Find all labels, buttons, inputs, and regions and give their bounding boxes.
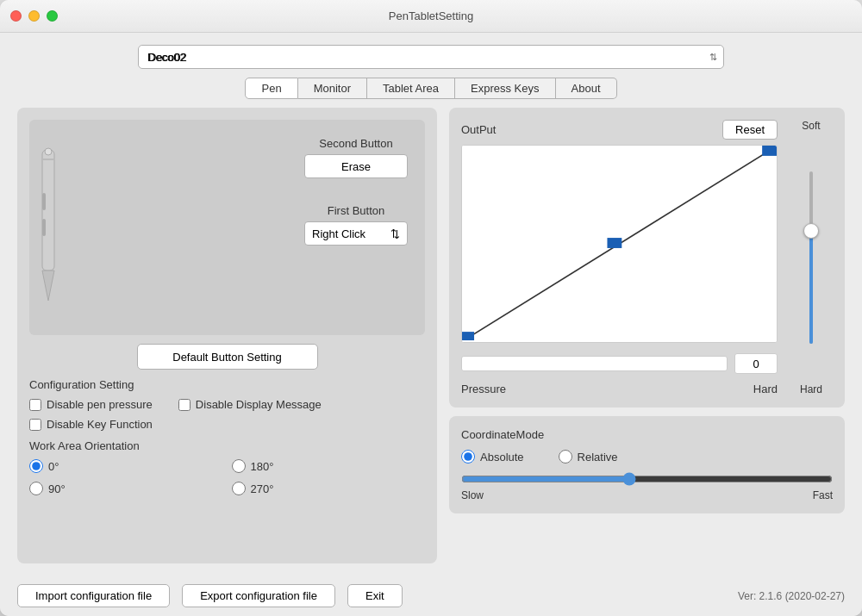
first-button-select[interactable]: Right Click ⇅ Right Click Left Click Mid… (304, 221, 408, 246)
bottom-bar: Import configuration file Export configu… (0, 576, 862, 616)
slow-label: Slow (461, 489, 484, 501)
orientation-180-item[interactable]: 180° (232, 459, 426, 473)
tab-monitor[interactable]: Monitor (298, 78, 367, 99)
speed-labels: Slow Fast (461, 489, 833, 501)
left-panel: Second Button Erase First Button Right C… (17, 108, 437, 563)
absolute-label: Absolute (480, 451, 524, 464)
output-label: OutPut (461, 123, 496, 136)
disable-pen-pressure-checkbox[interactable] (29, 399, 41, 411)
version-text: Ver: 2.1.6 (2020-02-27) (738, 590, 845, 602)
pressure-label: Pressure (461, 383, 506, 395)
speed-slider[interactable] (461, 472, 833, 486)
coordinate-radios: Absolute Relative (461, 450, 833, 464)
orientation-270-label: 270° (251, 482, 274, 495)
tab-pen[interactable]: Pen (245, 78, 297, 99)
disable-key-function-checkbox[interactable] (29, 419, 41, 431)
pen-buttons-area: Second Button Erase First Button Right C… (304, 137, 408, 246)
pressure-value-box: 0 (734, 353, 778, 374)
pressure-graph-header: OutPut Reset (461, 120, 778, 140)
coordinate-section: CoordinateMode Absolute Relative (449, 416, 845, 513)
bottom-buttons: Import configuration file Export configu… (17, 584, 403, 607)
device-select-wrapper: Deco02 Deco02 ⇅ (138, 45, 724, 69)
pressure-footer: Pressure Hard (461, 383, 778, 395)
checkboxes-row1: Disable pen pressure Disable Display Mes… (29, 398, 425, 411)
device-select[interactable]: Deco02 (138, 45, 724, 69)
pressure-graph[interactable] (461, 145, 778, 343)
orientation-title: Work Area Orientation (29, 439, 425, 452)
svg-rect-2 (42, 193, 46, 210)
svg-rect-5 (45, 148, 52, 155)
absolute-item[interactable]: Absolute (461, 450, 524, 464)
relative-radio[interactable] (559, 450, 572, 464)
hard-label: Hard (753, 383, 778, 395)
orientation-0-item[interactable]: 0° (29, 459, 223, 473)
main-window: PenTabletSetting Deco02 Deco02 ⇅ Pen Mon… (0, 0, 862, 616)
minimize-button[interactable] (28, 10, 40, 22)
orientation-90-item[interactable]: 90° (29, 482, 223, 495)
config-section: Configuration Setting Disable pen pressu… (29, 378, 425, 431)
orientation-section: Work Area Orientation 0° 180° 90° (29, 439, 425, 495)
first-button-label: First Button (328, 204, 384, 217)
orientation-180-label: 180° (251, 460, 274, 473)
orientation-0-label: 0° (48, 460, 59, 473)
slider-track (809, 171, 813, 344)
svg-rect-3 (42, 219, 46, 236)
pressure-section: OutPut Reset (449, 108, 845, 408)
right-panel: OutPut Reset (449, 108, 845, 563)
softness-slider-area: Soft Hard (790, 120, 833, 395)
disable-key-function-item[interactable]: Disable Key Function (29, 418, 153, 431)
tab-about[interactable]: About (556, 78, 617, 99)
svg-rect-9 (607, 238, 622, 248)
disable-display-message-item[interactable]: Disable Display Message (178, 398, 322, 411)
orientation-270-radio[interactable] (232, 482, 246, 495)
speed-slider-row: Slow Fast (461, 472, 833, 501)
vertical-slider-container (798, 135, 824, 380)
pressure-curve-svg (462, 146, 777, 342)
reset-button[interactable]: Reset (722, 120, 778, 140)
svg-rect-0 (42, 150, 54, 271)
tabs-row: Pen Monitor Tablet Area Express Keys Abo… (17, 78, 845, 99)
close-button[interactable] (10, 10, 22, 22)
second-button-group: Second Button Erase (304, 137, 408, 178)
pen-area: Second Button Erase First Button Right C… (29, 120, 425, 335)
tab-tablet-area[interactable]: Tablet Area (367, 78, 455, 99)
orientation-grid: 0° 180° 90° 270° (29, 459, 425, 495)
title-bar: PenTabletSetting (0, 0, 862, 33)
relative-label: Relative (578, 451, 618, 464)
main-panels: Second Button Erase First Button Right C… (17, 108, 845, 563)
first-button-group: First Button Right Click ⇅ Right Click L… (304, 204, 408, 246)
hard-label-vert: Hard (800, 383, 822, 395)
orientation-180-radio[interactable] (232, 459, 246, 473)
pressure-value-row: 0 (461, 353, 778, 374)
import-button[interactable]: Import configuration file (17, 584, 170, 607)
disable-key-function-label: Disable Key Function (47, 418, 153, 431)
config-title: Configuration Setting (29, 378, 425, 391)
soft-label: Soft (802, 120, 820, 132)
slider-fill (809, 232, 813, 344)
disable-pen-pressure-label: Disable pen pressure (47, 398, 153, 411)
orientation-90-radio[interactable] (29, 482, 43, 495)
window-title: PenTabletSetting (389, 9, 473, 22)
default-button[interactable]: Default Button Setting (137, 344, 318, 370)
relative-item[interactable]: Relative (559, 450, 618, 464)
disable-display-message-label: Disable Display Message (196, 398, 322, 411)
checkboxes-row2: Disable Key Function (29, 418, 425, 431)
export-button[interactable]: Export configuration file (182, 584, 335, 607)
orientation-270-item[interactable]: 270° (232, 482, 426, 495)
slider-thumb[interactable] (803, 223, 819, 239)
disable-display-message-checkbox[interactable] (178, 399, 191, 411)
fast-label: Fast (813, 489, 833, 501)
maximize-button[interactable] (47, 10, 58, 22)
absolute-radio[interactable] (461, 450, 475, 464)
disable-pen-pressure-item[interactable]: Disable pen pressure (29, 398, 153, 411)
second-button-label: Second Button (319, 137, 392, 150)
svg-rect-1 (42, 159, 54, 160)
pen-illustration (29, 141, 68, 314)
orientation-90-label: 90° (48, 482, 66, 495)
exit-button[interactable]: Exit (347, 584, 403, 607)
svg-marker-4 (42, 271, 54, 301)
orientation-0-radio[interactable] (29, 459, 43, 473)
content-area: Deco02 Deco02 ⇅ Pen Monitor Tablet Area … (0, 33, 862, 576)
tab-express-keys[interactable]: Express Keys (455, 78, 555, 99)
device-select-row: Deco02 Deco02 ⇅ (17, 45, 845, 69)
